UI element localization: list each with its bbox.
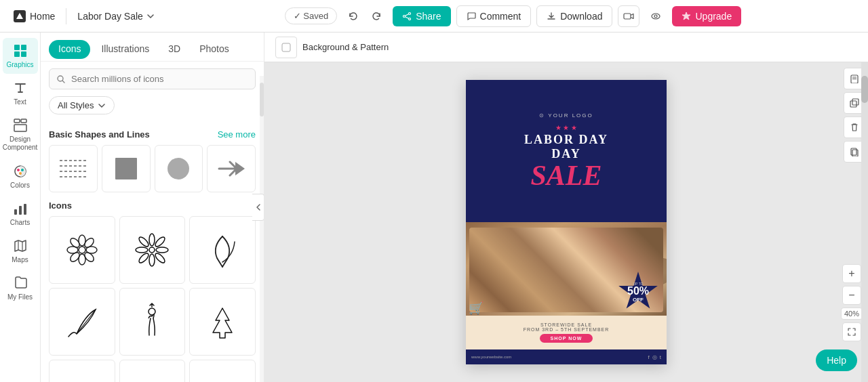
search-box <box>49 68 256 89</box>
svg-rect-19 <box>19 206 22 215</box>
icon-sidebar: Graphics Text Design Component <box>0 33 41 382</box>
design-label: Design Component <box>3 135 38 152</box>
graphics-icon <box>13 43 28 58</box>
upgrade-star-icon <box>682 12 691 21</box>
shape-circle[interactable] <box>155 145 203 192</box>
panel-scrollbar[interactable] <box>260 76 264 382</box>
myfiles-label: My Files <box>7 293 33 301</box>
panel-collapse-button[interactable] <box>252 194 264 221</box>
icon-item-person-up[interactable] <box>119 288 186 356</box>
nav-divider <box>66 8 66 24</box>
shape-lines[interactable] <box>49 145 98 192</box>
svg-point-56 <box>585 237 652 272</box>
lds-stars: ★ ★ ★ <box>555 124 578 131</box>
tab-illustrations[interactable]: Illustrations <box>93 39 157 61</box>
svg-rect-63 <box>852 99 859 105</box>
lds-people: 🛒 <box>469 301 484 316</box>
zoom-level: 40% <box>841 307 863 320</box>
svg-point-29 <box>79 247 85 253</box>
text-icon <box>13 81 28 96</box>
canvas-scrollbar[interactable] <box>861 62 868 382</box>
zoom-out-button[interactable]: − <box>842 286 861 305</box>
style-filter-button[interactable]: All Styles <box>49 96 115 114</box>
icon-item-tree[interactable] <box>189 288 256 356</box>
sidebar-item-colors[interactable]: Colors <box>3 158 38 194</box>
svg-point-47 <box>149 308 155 315</box>
chevron-down-icon <box>146 12 155 21</box>
svg-point-54 <box>466 240 526 276</box>
project-name[interactable]: Labor Day Sale <box>72 8 161 24</box>
see-more-shapes[interactable]: See more <box>218 129 256 140</box>
panel-content: Basic Shapes and Lines See more <box>41 121 264 382</box>
icon-item-flower2[interactable] <box>119 216 186 284</box>
zoom-in-button[interactable]: + <box>842 264 861 283</box>
icon-item-leaf[interactable] <box>189 216 256 284</box>
tab-photos[interactable]: Photos <box>191 39 237 61</box>
lds-bottom-section: UP TO 50% OFF 🛒 STOREWIDE SALE FROM 3RD … <box>466 222 667 349</box>
icon-item-flower1[interactable] <box>49 216 115 284</box>
canvas-scroll-area[interactable]: ⊙ YOUR LOGO ★ ★ ★ LABOR DAY DAY SALE <box>264 62 868 382</box>
lds-sale-text: SALE <box>530 161 601 190</box>
fit-screen-button[interactable] <box>842 322 861 341</box>
svg-point-6 <box>654 15 657 18</box>
design-card[interactable]: ⊙ YOUR LOGO ★ ★ ★ LABOR DAY DAY SALE <box>466 80 667 364</box>
shape-arrow[interactable] <box>207 145 256 192</box>
sidebar-item-myfiles[interactable]: My Files <box>3 270 38 307</box>
svg-point-17 <box>19 172 22 175</box>
search-icon <box>56 75 66 84</box>
upgrade-button[interactable]: Upgrade <box>672 6 741 26</box>
help-button[interactable]: Help <box>816 349 857 371</box>
breadcrumb-back[interactable] <box>275 37 297 58</box>
basic-shapes-title: Basic Shapes and Lines <box>49 129 150 140</box>
svg-point-39 <box>149 234 155 246</box>
icon-item-pro-3[interactable]: PRO ICON <box>189 360 256 382</box>
svg-rect-10 <box>21 51 26 57</box>
lds-day-text: DAY <box>551 147 580 161</box>
saved-button[interactable]: ✓ Saved <box>285 7 337 24</box>
icon-item-feather[interactable] <box>49 288 115 356</box>
preview-button[interactable] <box>645 5 667 27</box>
sidebar-item-design[interactable]: Design Component <box>3 112 38 157</box>
svg-rect-4 <box>624 14 631 19</box>
sidebar-item-charts[interactable]: Charts <box>3 196 38 232</box>
video-button[interactable] <box>618 5 639 27</box>
search-input[interactable] <box>71 74 248 84</box>
svg-point-46 <box>154 252 166 264</box>
svg-marker-28 <box>235 162 245 175</box>
style-filter-area: All Styles <box>49 96 256 114</box>
sidebar-item-graphics[interactable]: Graphics <box>3 38 38 74</box>
share-icon <box>402 12 412 21</box>
icon-item-pro-1[interactable]: PRO ICON <box>49 360 115 382</box>
comment-button[interactable]: Comment <box>456 5 532 27</box>
lds-layout: ⊙ YOUR LOGO ★ ★ ★ LABOR DAY DAY SALE <box>466 80 667 364</box>
tab-icons[interactable]: Icons <box>49 40 90 59</box>
shape-square[interactable] <box>102 145 151 192</box>
shop-now-button[interactable]: SHOP NOW <box>540 334 593 343</box>
chevron-down-icon <box>98 102 106 110</box>
svg-rect-64 <box>850 101 856 107</box>
lds-logo: ⊙ YOUR LOGO <box>539 112 593 119</box>
svg-rect-20 <box>24 204 26 215</box>
svg-point-3 <box>409 18 411 20</box>
zoom-controls: + − 40% <box>841 264 863 341</box>
tab-3d[interactable]: 3D <box>160 39 189 61</box>
undo-redo-group <box>342 5 387 27</box>
undo-button[interactable] <box>342 5 364 27</box>
breadcrumb-text: Background & Pattern <box>302 42 389 52</box>
sidebar-item-maps[interactable]: Maps <box>3 233 38 269</box>
svg-point-45 <box>138 252 150 264</box>
share-button[interactable]: Share <box>393 6 450 26</box>
colors-icon <box>13 164 28 179</box>
home-button[interactable]: Home <box>8 7 60 25</box>
svg-point-40 <box>149 254 155 266</box>
svg-point-27 <box>167 158 189 179</box>
icon-item-pro-2[interactable]: PRO ICON <box>119 360 186 382</box>
sidebar-item-text[interactable]: Text <box>3 75 38 111</box>
redo-button[interactable] <box>366 5 387 27</box>
svg-rect-26 <box>115 158 137 179</box>
main-layout: Graphics Text Design Component <box>0 33 868 382</box>
svg-point-38 <box>149 247 155 253</box>
download-button[interactable]: Download <box>536 5 612 27</box>
nav-center: ✓ Saved Share Comment Download <box>166 5 860 27</box>
panel-tabs: Icons Illustrations 3D Photos <box>41 33 264 62</box>
